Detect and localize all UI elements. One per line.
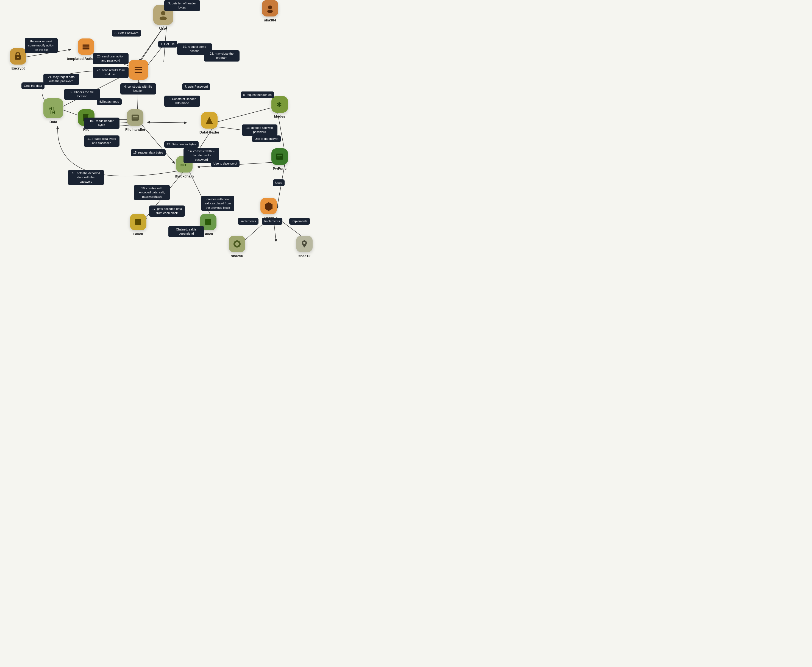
node-ui[interactable]: UI — [129, 60, 148, 85]
filehandler-label: File handler — [125, 128, 145, 131]
edge-label-implements3: Implements — [289, 218, 310, 225]
node-hash[interactable]: Hash — [260, 198, 277, 220]
svg-point-52 — [235, 242, 239, 246]
svg-line-13 — [214, 106, 277, 123]
modes-icon: ✱ — [272, 96, 288, 113]
edge-label-close-program: 23. may close the program — [204, 50, 240, 61]
svg-marker-50 — [265, 202, 272, 211]
edge-label-chained: Chained: salt is dependend — [168, 226, 204, 237]
block1-label: Block — [133, 232, 143, 236]
node-sha256[interactable]: sha256 — [229, 236, 245, 258]
node-modes[interactable]: ✱ Modes — [272, 96, 288, 118]
edge-label-reads-header: 10. Reads header bytes — [84, 118, 119, 129]
edge-label-construct-header: 6. Construct Header with mode — [164, 96, 200, 107]
edge-label-request-data: 15. request data bytes — [131, 149, 166, 156]
edge-label-uses: Uses — [273, 179, 285, 186]
svg-rect-48 — [277, 155, 282, 156]
dataheader-label: DataHeader — [199, 130, 219, 134]
node-dataheader[interactable]: DataHeader — [199, 112, 219, 134]
svg-rect-29 — [134, 67, 142, 68]
sha384-label: sha384 — [264, 18, 276, 22]
svg-rect-49 — [277, 157, 280, 158]
pwfunc-label: PwFunc — [273, 166, 287, 171]
sha512-icon — [296, 236, 313, 252]
filehandler-icon — [127, 110, 143, 126]
edge-label-sets-header: 12. Sets header bytes — [164, 141, 199, 148]
edge-label-implements1: Implements — [238, 218, 259, 225]
svg-point-55 — [303, 242, 305, 244]
edge-label-constructs: 4. constructs with file location — [120, 83, 156, 95]
diagram-container: User UI Encrypt 0110 Data File File hand… — [0, 0, 406, 334]
node-encrypt[interactable]: Encrypt — [10, 48, 27, 70]
svg-point-28 — [160, 17, 167, 20]
edge-label-gets-decoded: 17. gets decoded data from each block — [149, 206, 185, 217]
edge-label-request-header-len: 8. request header len — [240, 91, 274, 98]
svg-rect-60 — [83, 46, 89, 48]
hash-icon — [260, 198, 277, 214]
svg-line-12 — [147, 122, 187, 123]
node-filehandler[interactable]: File handler — [125, 110, 145, 131]
svg-text:NFT: NFT — [181, 163, 187, 167]
block1-icon — [130, 214, 146, 230]
svg-rect-43 — [133, 116, 138, 117]
data-icon: 0110 — [43, 98, 63, 118]
edge-label-gets-len: 9. gets len of header bytes — [164, 0, 200, 11]
pwfunc-icon — [272, 148, 288, 165]
templated-icon — [78, 38, 94, 55]
encrypt-icon — [10, 48, 27, 65]
edge-label-send-action: 20. send user action and password — [93, 53, 129, 64]
svg-line-11 — [147, 122, 187, 123]
edge-label-get-file: 1. Get File — [158, 41, 177, 48]
sha256-icon — [229, 236, 245, 252]
svg-rect-30 — [134, 69, 142, 70]
svg-rect-44 — [133, 118, 138, 118]
edge-label-use-decrypt2: Use to de/encrypt — [211, 160, 240, 167]
edge-label-gets-password2: 7. gets Password — [182, 83, 210, 90]
modes-label: Modes — [274, 114, 285, 118]
node-sha384[interactable]: sha384 — [262, 0, 278, 22]
svg-rect-59 — [83, 45, 89, 46]
edge-label-may-request: 21. may reqest data with the password — [43, 74, 79, 85]
edge-label-decode-salt: 13. decode salt with password — [242, 124, 277, 136]
svg-rect-57 — [135, 219, 141, 225]
edge-label-use-decrypt1: Use to de/encrypt — [252, 135, 281, 142]
svg-marker-39 — [88, 114, 89, 115]
edge-label-gets-password: 3. Gets Password — [112, 30, 141, 37]
edge-label-gets-data: Gets the data — [22, 82, 45, 89]
svg-point-27 — [161, 11, 166, 15]
block2-label: Block — [203, 232, 213, 236]
user-label: User — [159, 27, 167, 30]
svg-point-35 — [17, 56, 19, 58]
svg-rect-61 — [83, 48, 89, 50]
edge-label-reads-data: 11. Reads data bytes and closes file — [84, 135, 119, 147]
edge-label-implements2: Implements — [262, 218, 282, 225]
svg-marker-45 — [206, 117, 213, 124]
edge-label-user-request: the user request some modify action on t… — [25, 38, 58, 53]
svg-rect-31 — [134, 72, 142, 73]
blockchain-label: Blockchain — [175, 174, 194, 178]
sha256-label: sha256 — [231, 254, 243, 258]
data-label: Data — [50, 120, 57, 124]
sha384-icon — [262, 0, 278, 17]
ui-icon — [129, 60, 148, 80]
dataheader-icon — [201, 112, 217, 129]
svg-rect-58 — [205, 219, 211, 225]
edge-label-sets-decoded: 18. sets the decoded data with the passw… — [68, 170, 104, 185]
edge-label-checks-file: 2. Checks the file location — [64, 89, 100, 100]
edge-label-send-results: 22. send results to ui and user — [93, 67, 129, 78]
svg-text:10: 10 — [49, 110, 55, 114]
svg-point-53 — [268, 5, 272, 9]
svg-text:✱: ✱ — [276, 101, 282, 108]
edge-label-reads-mode: 5.Reads mode — [97, 98, 122, 105]
node-data[interactable]: 0110 Data — [43, 98, 63, 124]
node-block1[interactable]: Block — [130, 214, 146, 236]
sha512-label: sha512 — [298, 254, 310, 258]
node-pwfunc[interactable]: PwFunc — [272, 148, 288, 171]
edge-label-creates-salt: creates with new salt calculated from th… — [201, 196, 234, 211]
encrypt-label: Encrypt — [12, 66, 25, 70]
node-sha512[interactable]: sha512 — [296, 236, 313, 258]
edge-label-creates-encoded: 16. creates with encoded data, salt, pas… — [134, 185, 170, 200]
svg-point-54 — [267, 10, 273, 13]
